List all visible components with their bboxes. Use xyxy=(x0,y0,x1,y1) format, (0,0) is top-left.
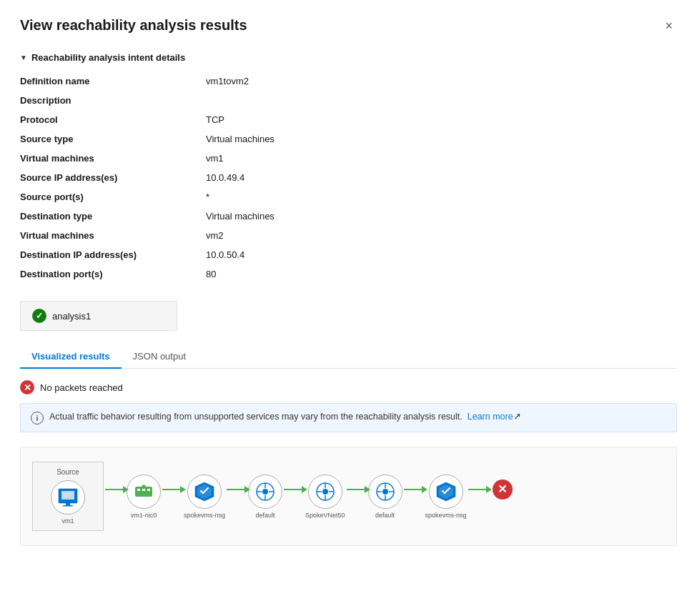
detail-value-4: vm1 xyxy=(206,149,677,168)
analysis-badge: ✓ analysis1 xyxy=(20,301,177,331)
vm1-circle xyxy=(51,480,85,515)
detail-key-7: Destination type xyxy=(20,207,206,226)
flow-diagram: Source xyxy=(20,447,677,546)
detail-key-6: Source port(s) xyxy=(20,187,206,207)
arrow-7 xyxy=(468,489,488,490)
section-header: ▼ Reachability analysis intent details xyxy=(20,52,677,63)
detail-row-0: Definition namevm1tovm2 xyxy=(20,71,677,91)
nic0-label: vm1-nic0 xyxy=(131,512,157,519)
default1-circle xyxy=(248,475,282,509)
detail-value-2: TCP xyxy=(206,110,677,129)
detail-row-5: Source IP address(es)10.0.49.4 xyxy=(20,168,677,187)
svg-rect-8 xyxy=(137,489,140,491)
detail-row-1: Description xyxy=(20,91,677,110)
vm-icon xyxy=(57,487,79,507)
svg-point-17 xyxy=(262,489,268,495)
svg-rect-12 xyxy=(138,494,141,496)
dialog-header: View reachability analysis results × xyxy=(20,17,677,35)
nsg2-circle xyxy=(429,475,463,509)
detail-key-1: Description xyxy=(20,91,206,110)
route-icon-1 xyxy=(254,481,276,502)
detail-key-2: Protocol xyxy=(20,110,206,129)
detail-row-8: Virtual machinesvm2 xyxy=(20,226,677,245)
tab-visualized-results[interactable]: Visualized results xyxy=(20,345,122,369)
spokevnet50-circle xyxy=(308,475,342,509)
detail-value-6: * xyxy=(206,187,677,207)
detail-value-1 xyxy=(206,91,677,110)
detail-value-10: 80 xyxy=(206,264,677,284)
analysis-name: analysis1 xyxy=(52,311,91,322)
nsg1-circle xyxy=(187,475,222,509)
detail-key-3: Source type xyxy=(20,129,206,149)
tab-json-output[interactable]: JSON output xyxy=(122,345,197,369)
default2-circle xyxy=(368,475,402,509)
detail-key-4: Virtual machines xyxy=(20,149,206,168)
detail-row-6: Source port(s)* xyxy=(20,187,677,207)
detail-row-2: ProtocolTCP xyxy=(20,110,677,129)
source-label: Source xyxy=(56,468,79,476)
dialog-container: View reachability analysis results × ▼ R… xyxy=(0,0,697,616)
info-icon: i xyxy=(31,412,44,424)
detail-row-3: Source typeVirtual machines xyxy=(20,129,677,149)
detail-key-10: Destination port(s) xyxy=(20,264,206,284)
nsg1-label: spokevms-nsg xyxy=(184,512,225,519)
svg-point-23 xyxy=(322,489,328,495)
default1-label: default xyxy=(256,512,275,519)
route-icon-2 xyxy=(375,481,396,502)
flow-inner: Source xyxy=(32,462,665,531)
nsg-icon-1 xyxy=(194,481,215,502)
flow-node-spokevnet50: SpokeVNet50 xyxy=(305,475,345,519)
svg-rect-2 xyxy=(61,491,74,500)
detail-value-5: 10.0.49.4 xyxy=(206,168,677,187)
error-text: No packets reached xyxy=(40,382,123,393)
svg-rect-9 xyxy=(142,489,145,491)
detail-row-9: Destination IP address(es)10.0.50.4 xyxy=(20,245,677,264)
detail-value-8: vm2 xyxy=(206,226,677,245)
arrow-5 xyxy=(347,489,367,490)
flow-node-vm1: vm1 xyxy=(51,480,85,525)
detail-value-9: 10.0.50.4 xyxy=(206,245,677,264)
analysis-status-icon: ✓ xyxy=(32,309,46,323)
flow-node-spokevms-nsg-1: spokevms-nsg xyxy=(184,475,225,519)
arrow-2 xyxy=(162,489,182,490)
section-label: Reachability analysis intent details xyxy=(31,52,185,63)
dialog-title: View reachability analysis results xyxy=(20,17,247,34)
details-table: Definition namevm1tovm2DescriptionProtoc… xyxy=(20,71,677,284)
info-banner: i Actual traffic behavior resulting from… xyxy=(20,403,677,432)
error-row: ✕ No packets reached xyxy=(20,380,677,394)
flow-node-default-2: default xyxy=(368,475,402,519)
nsg-icon-2 xyxy=(435,481,457,502)
detail-row-4: Virtual machinesvm1 xyxy=(20,149,677,168)
detail-key-9: Destination IP address(es) xyxy=(20,245,206,264)
svg-rect-4 xyxy=(63,505,73,507)
close-button[interactable]: × xyxy=(661,17,677,35)
vnet-icon xyxy=(315,481,336,502)
detail-row-7: Destination typeVirtual machines xyxy=(20,207,677,226)
detail-key-0: Definition name xyxy=(20,71,206,91)
info-text: Actual traffic behavior resulting from u… xyxy=(49,411,521,422)
arrow-3 xyxy=(227,489,247,490)
arrow-4 xyxy=(284,489,304,490)
source-box: Source xyxy=(32,462,104,531)
detail-key-5: Source IP address(es) xyxy=(20,168,206,187)
arrow-1 xyxy=(105,489,125,490)
svg-rect-3 xyxy=(66,503,70,505)
nic-icon xyxy=(133,481,154,502)
vm1-label: vm1 xyxy=(61,517,74,525)
detail-value-0: vm1tovm2 xyxy=(206,71,677,91)
detail-key-8: Virtual machines xyxy=(20,226,206,245)
spokevnet50-label: SpokeVNet50 xyxy=(305,512,345,519)
error-icon: ✕ xyxy=(20,380,34,394)
svg-rect-13 xyxy=(147,494,149,496)
collapse-icon[interactable]: ▼ xyxy=(20,54,27,61)
detail-row-10: Destination port(s)80 xyxy=(20,264,677,284)
detail-value-3: Virtual machines xyxy=(206,129,677,149)
arrow-6 xyxy=(404,489,424,490)
default2-label: default xyxy=(375,512,395,519)
svg-point-29 xyxy=(382,489,388,495)
tabs-container: Visualized results JSON output xyxy=(20,345,677,369)
learn-more-link[interactable]: Learn more xyxy=(468,412,513,422)
nic0-circle xyxy=(127,475,161,509)
svg-rect-10 xyxy=(147,489,150,491)
detail-value-7: Virtual machines xyxy=(206,207,677,226)
